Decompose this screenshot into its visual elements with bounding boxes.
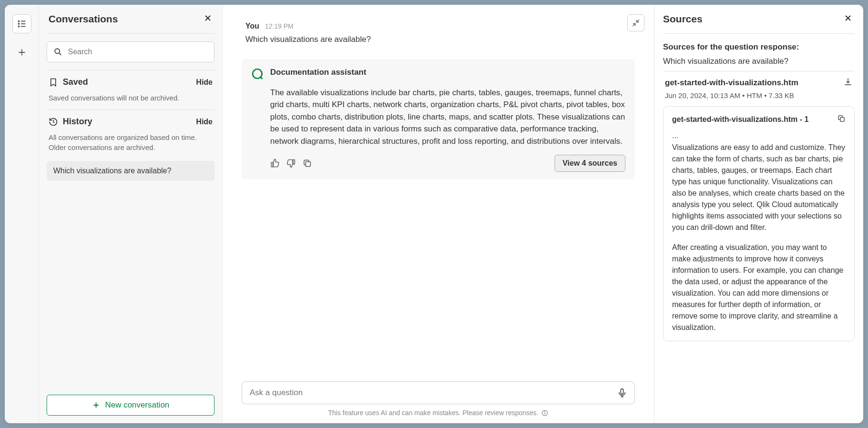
source-chunk: get-started-with-visualizations.htm - 1 … xyxy=(663,106,855,341)
svg-point-4 xyxy=(18,26,19,27)
history-icon xyxy=(49,117,58,127)
chat-scroll: You 12:19 PM Which visualizations are av… xyxy=(223,5,654,381)
new-rail-button[interactable] xyxy=(12,43,31,62)
svg-rect-18 xyxy=(306,162,311,167)
sources-scroll[interactable]: get-started-with-visualizations.htm Jun … xyxy=(663,71,858,423)
assistant-message-text: The available visualizations include bar… xyxy=(270,87,625,148)
download-button[interactable] xyxy=(843,77,853,89)
collapse-button[interactable] xyxy=(627,14,644,31)
disclaimer: This feature uses AI and can make mistak… xyxy=(242,409,635,417)
assistant-message: Documentation assistant The available vi… xyxy=(242,59,635,180)
svg-line-14 xyxy=(637,20,639,22)
search-icon xyxy=(53,47,63,57)
disclaimer-text: This feature uses AI and can make mistak… xyxy=(328,409,538,417)
close-icon xyxy=(203,13,213,23)
saved-description: Saved conversations will not be archived… xyxy=(47,91,215,109)
chunk-title: get-started-with-visualizations.htm - 1 xyxy=(672,115,809,124)
expand-icon xyxy=(837,114,846,123)
history-label: History xyxy=(63,117,92,127)
plus-icon xyxy=(17,47,27,58)
ask-input[interactable] xyxy=(242,381,635,404)
bookmark-icon xyxy=(49,78,58,87)
assistant-logo-icon xyxy=(251,68,263,80)
view-sources-button[interactable]: View 4 sources xyxy=(555,155,625,172)
chunk-paragraph-1: Visualizations are easy to add and custo… xyxy=(672,142,846,233)
svg-rect-25 xyxy=(840,118,844,121)
expand-chunk-button[interactable] xyxy=(837,114,846,125)
svg-point-0 xyxy=(18,20,19,21)
info-icon xyxy=(541,409,548,417)
svg-line-11 xyxy=(59,53,61,55)
svg-rect-19 xyxy=(621,389,624,394)
chunk-paragraph-2: After creating a visualization, you may … xyxy=(672,242,846,333)
conversations-sidebar: Conversations Saved Hide Saved conversat… xyxy=(39,5,223,423)
source-file-name: get-started-with-visualizations.htm xyxy=(665,78,799,88)
user-timestamp: 12:19 PM xyxy=(265,22,293,30)
thumbs-down-icon xyxy=(286,159,296,168)
chunk-ellipsis: ... xyxy=(672,131,846,140)
user-message: You 12:19 PM Which visualizations are av… xyxy=(242,22,635,54)
collapse-icon xyxy=(632,19,640,27)
download-icon xyxy=(843,77,853,87)
close-icon xyxy=(843,13,853,23)
svg-line-15 xyxy=(633,24,635,26)
input-area: This feature uses AI and can make mistak… xyxy=(223,381,654,423)
conversations-rail-button[interactable] xyxy=(12,14,31,33)
history-description: All conversations are organized based on… xyxy=(47,130,215,159)
user-author-label: You xyxy=(245,22,259,30)
search-wrap xyxy=(47,41,215,62)
history-hide-button[interactable]: Hide xyxy=(196,118,213,126)
microphone-icon[interactable] xyxy=(617,388,627,398)
sidebar-title: Conversations xyxy=(49,13,118,25)
svg-line-17 xyxy=(261,77,263,79)
close-sources-button[interactable] xyxy=(843,13,853,25)
search-input[interactable] xyxy=(47,41,215,62)
svg-point-2 xyxy=(18,23,19,24)
svg-point-22 xyxy=(545,411,545,411)
saved-label: Saved xyxy=(63,77,88,87)
close-sidebar-button[interactable] xyxy=(203,13,213,25)
history-item[interactable]: Which visualizations are available? xyxy=(47,161,215,181)
plus-icon xyxy=(92,401,100,409)
copy-icon xyxy=(302,159,312,168)
user-message-text: Which visualizations are available? xyxy=(245,33,631,46)
thumbs-up-button[interactable] xyxy=(270,159,280,168)
sources-sub-label: Sources for the question response: xyxy=(663,42,855,52)
new-conversation-button[interactable]: New conversation xyxy=(47,395,215,416)
new-conversation-label: New conversation xyxy=(105,400,169,410)
svg-point-10 xyxy=(55,49,59,53)
copy-button[interactable] xyxy=(302,159,312,168)
nav-rail xyxy=(5,5,39,423)
sources-title: Sources xyxy=(663,13,702,25)
sources-question: Which visualizations are available? xyxy=(663,57,855,66)
assistant-label: Documentation assistant xyxy=(270,68,625,77)
sources-panel: Sources Sources for the question respons… xyxy=(654,5,863,423)
list-icon xyxy=(17,19,27,29)
chat-panel: You 12:19 PM Which visualizations are av… xyxy=(223,5,654,423)
saved-hide-button[interactable]: Hide xyxy=(196,78,213,87)
app-window: Conversations Saved Hide Saved conversat… xyxy=(5,5,863,423)
thumbs-up-icon xyxy=(270,159,280,168)
thumbs-down-button[interactable] xyxy=(286,159,296,168)
assistant-avatar xyxy=(251,68,263,80)
source-file-meta: Jun 20, 2024, 10:13 AM • HTM • 7.33 KB xyxy=(663,91,855,106)
